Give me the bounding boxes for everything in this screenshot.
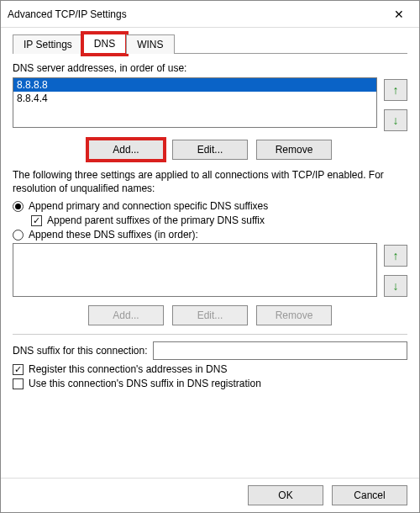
tab-dns[interactable]: DNS bbox=[83, 34, 126, 54]
radio-append-primary[interactable]: Append primary and connection specific D… bbox=[13, 200, 407, 212]
window: Advanced TCP/IP Settings ✕ IP Settings D… bbox=[0, 0, 420, 513]
radio-label: Append these DNS suffixes (in order): bbox=[29, 229, 198, 241]
dns-suffixes-row: ↑ ↓ bbox=[13, 243, 407, 297]
arrow-up-icon: ↑ bbox=[393, 83, 399, 97]
suffix-add-button[interactable]: Add... bbox=[88, 305, 164, 325]
ok-button[interactable]: OK bbox=[248, 485, 323, 505]
dns-suffix-field-row: DNS suffix for this connection: bbox=[13, 341, 407, 360]
checkbox-label: Append parent suffixes of the primary DN… bbox=[47, 214, 265, 226]
dns-servers-move-up-button[interactable]: ↑ bbox=[384, 79, 407, 101]
dns-edit-button[interactable]: Edit... bbox=[172, 140, 248, 160]
dns-suffixes-move-up-button[interactable]: ↑ bbox=[384, 245, 407, 267]
radio-icon bbox=[13, 230, 24, 241]
suffix-remove-button: Remove bbox=[256, 305, 332, 325]
dns-remove-button[interactable]: Remove bbox=[256, 140, 332, 160]
dns-servers-listbox[interactable]: 8.8.8.8 8.8.4.4 bbox=[13, 77, 377, 128]
window-title: Advanced TCP/IP Settings bbox=[8, 8, 386, 20]
radio-label: Append primary and connection specific D… bbox=[29, 200, 268, 212]
dns-suffixes-move-down-button[interactable]: ↓ bbox=[384, 275, 407, 297]
list-item[interactable]: 8.8.8.8 bbox=[13, 78, 376, 92]
checkbox-label: Register this connection's addresses in … bbox=[29, 363, 227, 375]
tabs: IP Settings DNS WINS bbox=[13, 33, 407, 54]
close-button[interactable]: ✕ bbox=[386, 1, 412, 28]
dns-servers-row: 8.8.8.8 8.8.4.4 ↑ ↓ bbox=[13, 77, 407, 131]
dns-servers-order-arrows: ↑ ↓ bbox=[384, 77, 407, 131]
checkbox-icon: ✓ bbox=[31, 215, 42, 226]
arrow-up-icon: ↑ bbox=[393, 249, 399, 262]
radio-append-these[interactable]: Append these DNS suffixes (in order): bbox=[13, 229, 407, 241]
separator bbox=[13, 334, 407, 335]
checkbox-icon bbox=[13, 378, 24, 389]
check-append-parent[interactable]: ✓ Append parent suffixes of the primary … bbox=[31, 214, 407, 226]
titlebar: Advanced TCP/IP Settings ✕ bbox=[1, 1, 419, 28]
dns-servers-move-down-button[interactable]: ↓ bbox=[384, 109, 407, 131]
checkbox-icon: ✓ bbox=[13, 364, 24, 375]
cancel-button[interactable]: Cancel bbox=[332, 485, 407, 505]
tab-ip-settings[interactable]: IP Settings bbox=[13, 34, 83, 54]
arrow-down-icon: ↓ bbox=[393, 114, 399, 127]
checkbox-label: Use this connection's DNS suffix in DNS … bbox=[29, 378, 261, 389]
dns-add-button[interactable]: Add... bbox=[88, 140, 164, 160]
list-item[interactable]: 8.8.4.4 bbox=[13, 92, 376, 105]
footer: OK Cancel bbox=[1, 478, 419, 512]
check-use-suffix[interactable]: Use this connection's DNS suffix in DNS … bbox=[13, 378, 407, 389]
dns-explain-text: The following three settings are applied… bbox=[13, 168, 407, 195]
dns-suffixes-order-arrows: ↑ ↓ bbox=[384, 243, 407, 297]
close-icon: ✕ bbox=[394, 8, 404, 21]
dns-suffixes-listbox[interactable] bbox=[13, 243, 377, 297]
tab-wins[interactable]: WINS bbox=[126, 34, 174, 54]
arrow-down-icon: ↓ bbox=[393, 279, 399, 293]
check-register-dns[interactable]: ✓ Register this connection's addresses i… bbox=[13, 363, 407, 375]
dns-suffixes-buttons: Add... Edit... Remove bbox=[13, 305, 407, 325]
dns-servers-buttons: Add... Edit... Remove bbox=[13, 140, 407, 160]
dns-servers-label: DNS server addresses, in order of use: bbox=[13, 62, 407, 74]
suffix-edit-button: Edit... bbox=[172, 305, 248, 325]
dns-suffix-label: DNS suffix for this connection: bbox=[13, 345, 148, 357]
radio-icon bbox=[13, 201, 24, 212]
content: IP Settings DNS WINS DNS server addresse… bbox=[1, 28, 419, 478]
dns-suffix-input[interactable] bbox=[153, 341, 407, 360]
